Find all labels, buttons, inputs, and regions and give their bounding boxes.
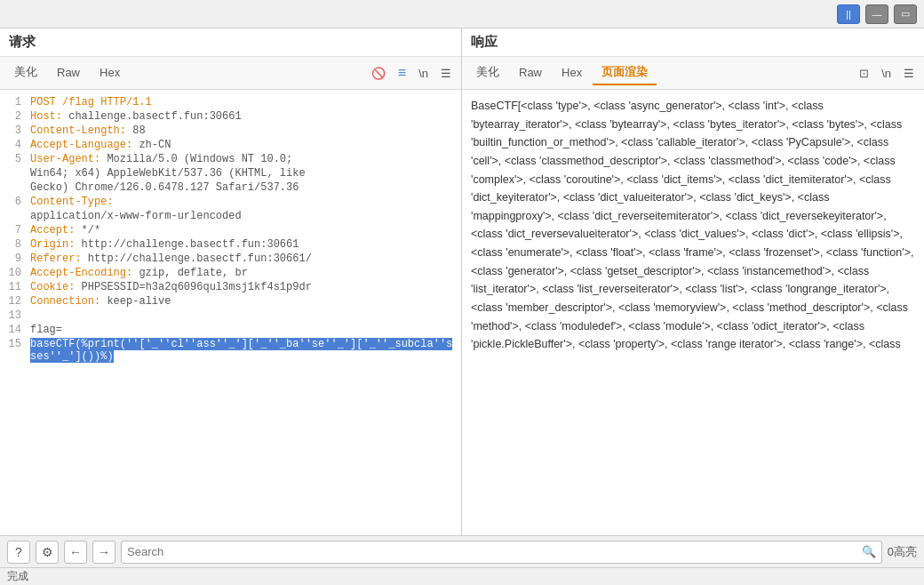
tab-beautify-left[interactable]: 美化 xyxy=(5,60,46,85)
menu-icon-right[interactable]: ☰ xyxy=(899,65,919,82)
code-line-2: 2 Host: challenge.basectf.fun:30661 xyxy=(0,109,461,124)
code-line-8: 8 Origin: http://challenge.basectf.fun:3… xyxy=(0,237,461,252)
code-line-4: 4 Accept-Language: zh-CN xyxy=(0,138,461,152)
response-tab-icons: ⊡ \n ☰ xyxy=(855,65,919,82)
code-line-9: 9 Referer: http://challenge.basectf.fun:… xyxy=(0,252,461,266)
code-line-14: 14 flag= xyxy=(0,323,461,337)
highlight-count: 0高亮 xyxy=(888,544,917,560)
code-line-6a: application/x-www-form-urlencoded xyxy=(0,209,461,223)
flag-payload: baseCTF(%print(''['_''cl''ass''_']['_''_… xyxy=(30,338,452,363)
code-line-1: 1 POST /flag HTTP/1.1 xyxy=(0,95,461,109)
code-line-13: 13 xyxy=(0,309,461,323)
edit-icon[interactable]: ≡ xyxy=(394,63,410,83)
left-panel: 请求 美化 Raw Hex 🚫 ≡ \n ☰ 1 POST /flag HTTP… xyxy=(0,28,462,535)
search-box: 🔍 xyxy=(121,541,882,564)
code-line-12: 12 Connection: keep-alive xyxy=(0,294,461,309)
back-icon[interactable]: ← xyxy=(64,541,87,564)
code-line-5b: Gecko) Chrome/126.0.6478.127 Safari/537.… xyxy=(0,180,461,195)
tab-hex-left[interactable]: Hex xyxy=(91,62,129,84)
response-text: BaseCTF[<class 'type'>, <class 'async_ge… xyxy=(471,97,915,354)
settings-icon[interactable]: ⚙ xyxy=(36,541,59,564)
eye-slash-icon[interactable]: 🚫 xyxy=(367,65,390,82)
code-line-15: 15 baseCTF(%print(''['_''cl''ass''_']['_… xyxy=(0,337,461,364)
request-header: 请求 xyxy=(0,28,461,57)
code-line-3: 3 Content-Length: 88 xyxy=(0,124,461,138)
code-line-10: 10 Accept-Encoding: gzip, deflate, br xyxy=(0,266,461,280)
tab-render-right[interactable]: 页面渲染 xyxy=(593,60,657,85)
forward-icon[interactable]: → xyxy=(92,541,116,564)
request-tab-icons: 🚫 ≡ \n ☰ xyxy=(367,63,456,83)
response-content-area[interactable]: BaseCTF[<class 'type'>, <class 'async_ge… xyxy=(462,90,924,535)
tab-beautify-right[interactable]: 美化 xyxy=(467,60,508,85)
response-tab-bar: 美化 Raw Hex 页面渲染 ⊡ \n ☰ xyxy=(462,57,924,90)
status-bar: 完成 xyxy=(0,567,924,585)
code-line-5: 5 User-Agent: Mozilla/5.0 (Windows NT 10… xyxy=(0,152,461,166)
search-icon[interactable]: 🔍 xyxy=(862,545,876,558)
status-text: 完成 xyxy=(7,569,28,584)
request-code-area[interactable]: 1 POST /flag HTTP/1.1 2 Host: challenge.… xyxy=(0,90,461,535)
response-header: 响应 xyxy=(462,28,924,57)
restore-icon[interactable]: ▭ xyxy=(894,4,917,24)
code-line-5a: Win64; x64) AppleWebKit/537.36 (KHTML, l… xyxy=(0,166,461,180)
minimize-icon[interactable]: — xyxy=(865,4,888,24)
window-controls: || — ▭ xyxy=(837,4,917,24)
tab-raw-right[interactable]: Raw xyxy=(510,62,551,84)
menu-icon[interactable]: ☰ xyxy=(436,65,456,82)
newline-icon[interactable]: \n xyxy=(414,65,433,82)
tab-hex-right[interactable]: Hex xyxy=(553,62,591,84)
code-line-6: 6 Content-Type: xyxy=(0,195,461,209)
search-input[interactable] xyxy=(127,545,862,558)
main-content: 请求 美化 Raw Hex 🚫 ≡ \n ☰ 1 POST /flag HTTP… xyxy=(0,28,924,535)
newline-icon-right[interactable]: \n xyxy=(877,65,896,82)
right-panel: 响应 美化 Raw Hex 页面渲染 ⊡ \n ☰ BaseCTF[<class… xyxy=(462,28,924,535)
code-line-11: 11 Cookie: PHPSESSID=h3a2q6096qul3msj1kf… xyxy=(0,280,461,294)
help-icon[interactable]: ? xyxy=(7,541,30,564)
code-line-7: 7 Accept: */* xyxy=(0,223,461,237)
copy-icon-right[interactable]: ⊡ xyxy=(855,65,873,82)
top-bar: || — ▭ xyxy=(0,0,924,28)
request-tab-bar: 美化 Raw Hex 🚫 ≡ \n ☰ xyxy=(0,57,461,90)
bottom-bar: ? ⚙ ← → 🔍 0高亮 xyxy=(0,535,924,567)
tab-raw-left[interactable]: Raw xyxy=(48,62,89,84)
pause-icon[interactable]: || xyxy=(837,4,860,24)
